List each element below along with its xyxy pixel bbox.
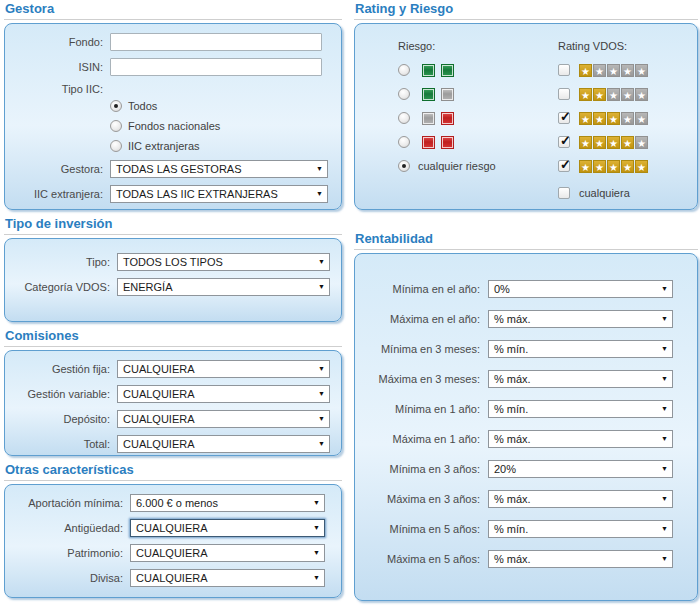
star-gold-icon: ★: [579, 64, 592, 77]
dropdown-arrow-icon: [661, 285, 668, 292]
iic-extranjera-row: IIC extranjera: TODAS LAS IIC EXTRANJERA…: [15, 185, 331, 203]
max-3y-select-value: % máx.: [494, 493, 531, 505]
max-5y-select[interactable]: % máx.: [488, 550, 673, 568]
dropdown-arrow-icon: [318, 365, 325, 372]
dropdown-arrow-icon: [661, 495, 668, 502]
radio-riesgo-3[interactable]: [398, 112, 410, 124]
iic-extranjera-select[interactable]: TODAS LAS IIC EXTRANJERAS: [110, 185, 328, 203]
gestion-fija-select[interactable]: CUALQUIERA: [117, 360, 330, 378]
min-3y-label: Mínima en 3 años:: [365, 463, 488, 475]
section-title-tipo-inversion: Tipo de inversión: [4, 217, 342, 235]
riesgo-squares-3: [422, 112, 454, 125]
min-year-select[interactable]: 0%: [488, 280, 673, 298]
radio-fondos-nacionales[interactable]: [110, 120, 122, 132]
aportacion-minima-row: Aportación mínima: 6.000 € o menos: [15, 494, 331, 512]
star-gold-icon: ★: [579, 160, 592, 173]
max-1y-select[interactable]: % máx.: [488, 430, 673, 448]
patrimonio-select[interactable]: CUALQUIERA: [130, 544, 325, 562]
min-1y-label: Mínima en 1 año:: [365, 403, 488, 415]
star-gray-icon: ★: [621, 88, 634, 101]
max-3m-label: Máxima en 3 meses:: [365, 373, 488, 385]
rating-checkbox-2[interactable]: [558, 88, 570, 100]
star-gray-icon: ★: [635, 112, 648, 125]
min-3y-row: Mínima en 3 años: 20%: [365, 460, 687, 478]
antiguedad-label: Antigüedad:: [15, 522, 130, 534]
isin-input[interactable]: [110, 58, 322, 76]
tipo-inversion-panel: Tipo: TODOS LOS TIPOS Categoría VDOS: EN…: [4, 238, 342, 322]
fund-search-form: Gestora Fondo: ISIN: Tipo IIC: Todos Fon…: [0, 0, 700, 605]
gestion-fija-label: Gestión fija:: [15, 363, 117, 375]
iic-extranjera-label: IIC extranjera:: [15, 188, 110, 200]
rating-checkbox-cualquiera[interactable]: [558, 187, 570, 199]
star-gold-icon: ★: [607, 112, 620, 125]
gestora-label: Gestora:: [15, 163, 110, 175]
max-3y-select[interactable]: % máx.: [488, 490, 673, 508]
star-gold-icon: ★: [621, 160, 634, 173]
dropdown-arrow-icon: [316, 190, 323, 197]
rating-option-row: ★★★★★: [558, 87, 648, 101]
dropdown-arrow-icon: [661, 375, 668, 382]
total-row: Total: CUALQUIERA: [15, 435, 331, 453]
deposito-select[interactable]: CUALQUIERA: [117, 410, 330, 428]
rating-checkbox-3[interactable]: [558, 112, 570, 124]
radio-riesgo-1[interactable]: [398, 64, 410, 76]
left-column: Gestora Fondo: ISIN: Tipo IIC: Todos Fon…: [4, 2, 342, 605]
rating-stars-3: ★★★★★: [579, 112, 648, 125]
star-gray-icon: ★: [635, 136, 648, 149]
gestion-variable-select[interactable]: CUALQUIERA: [117, 385, 330, 403]
min-1y-select[interactable]: % mín.: [488, 400, 673, 418]
total-label: Total:: [15, 438, 117, 450]
fondo-input[interactable]: [110, 33, 322, 51]
radio-riesgo-2[interactable]: [398, 88, 410, 100]
antiguedad-select[interactable]: CUALQUIERA: [130, 519, 325, 537]
tipo-select-value: TODOS LOS TIPOS: [123, 256, 223, 268]
max-1y-row: Máxima en 1 año: % máx.: [365, 430, 687, 448]
divisa-select[interactable]: CUALQUIERA: [130, 569, 325, 587]
rating-checkbox-1[interactable]: [558, 64, 570, 76]
max-3m-row: Máxima en 3 meses: % máx.: [365, 370, 687, 388]
gestora-select-value: TODAS LAS GESTORAS: [116, 163, 242, 175]
max-3m-select[interactable]: % máx.: [488, 370, 673, 388]
star-gold-icon: ★: [593, 88, 606, 101]
radio-row-fondos-nacionales: Fondos nacionales: [110, 119, 331, 133]
riesgo-option-row: [398, 87, 510, 101]
rating-stars-2: ★★★★★: [579, 88, 648, 101]
riesgo-any-row: cualquier riesgo: [398, 159, 510, 173]
radio-riesgo-4[interactable]: [398, 136, 410, 148]
gestora-row: Gestora: TODAS LAS GESTORAS: [15, 160, 331, 178]
radio-iic-extranjeras-label: IIC extranjeras: [128, 140, 200, 152]
categoria-vdos-select[interactable]: ENERGÍA: [117, 278, 330, 296]
max-1y-select-value: % máx.: [494, 433, 531, 445]
min-1y-select-value: % mín.: [494, 403, 528, 415]
dropdown-arrow-icon: [661, 525, 668, 532]
radio-iic-extranjeras[interactable]: [110, 140, 122, 152]
min-3y-select[interactable]: 20%: [488, 460, 673, 478]
dropdown-arrow-icon: [316, 165, 323, 172]
min-1y-row: Mínima en 1 año: % mín.: [365, 400, 687, 418]
tipo-iic-row: Tipo IIC:: [15, 83, 331, 95]
rating-checkbox-4[interactable]: [558, 136, 570, 148]
min-5y-select[interactable]: % mín.: [488, 520, 673, 538]
rating-checkbox-5[interactable]: [558, 160, 570, 172]
patrimonio-select-value: CUALQUIERA: [136, 547, 208, 559]
star-gold-icon: ★: [579, 112, 592, 125]
tipo-select[interactable]: TODOS LOS TIPOS: [117, 253, 330, 271]
radio-todos[interactable]: [110, 100, 122, 112]
rating-stars-1: ★★★★★: [579, 64, 648, 77]
aportacion-minima-select[interactable]: 6.000 € o menos: [130, 494, 325, 512]
star-gray-icon: ★: [607, 88, 620, 101]
section-title-rating-riesgo: Rating y Riesgo: [354, 2, 698, 20]
riesgo-squares-2: [422, 88, 454, 101]
min-3m-select[interactable]: % mín.: [488, 340, 673, 358]
fondo-label: Fondo:: [15, 36, 110, 48]
gestora-select[interactable]: TODAS LAS GESTORAS: [110, 160, 328, 178]
radio-todos-label: Todos: [128, 100, 157, 112]
aportacion-minima-label: Aportación mínima:: [15, 497, 130, 509]
total-select[interactable]: CUALQUIERA: [117, 435, 330, 453]
radio-cualquier-riesgo[interactable]: [398, 160, 410, 172]
risk-square-red-icon: [441, 136, 454, 149]
categoria-vdos-label: Categoría VDOS:: [15, 281, 117, 293]
max-year-select[interactable]: % máx.: [488, 310, 673, 328]
rating-stars-5: ★★★★★: [579, 160, 648, 173]
tipo-row: Tipo: TODOS LOS TIPOS: [15, 253, 331, 271]
